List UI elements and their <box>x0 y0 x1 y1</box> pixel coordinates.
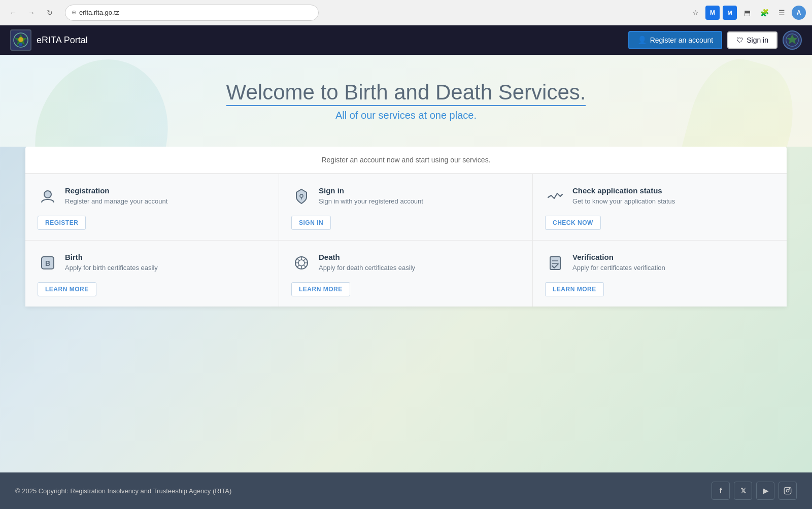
twitter-btn[interactable]: 𝕏 <box>734 482 752 500</box>
register-btn-label: Register an account <box>650 36 714 44</box>
service-card-birth: B Birth Apply for birth certificates eas… <box>25 241 279 307</box>
birth-icon: B <box>38 253 58 273</box>
browser-right-icons: ☆ M M ⬒ 🧩 ☰ A <box>688 6 806 20</box>
signin-info: Sign in Sign in with your registered acc… <box>319 186 423 206</box>
status-info: Check application status Get to know you… <box>572 186 675 206</box>
check-status-btn[interactable]: CHECK NOW <box>545 216 601 230</box>
registration-title: Registration <box>65 186 167 195</box>
lock-icon: ⊕ <box>72 9 76 16</box>
death-service-btn[interactable]: LEARN MORE <box>291 282 350 296</box>
death-info: Death Apply for death certificates easil… <box>319 253 415 273</box>
svg-text:B: B <box>45 259 50 267</box>
footer-copyright: © 2025 Copyright: Registration Insolvenc… <box>15 487 231 495</box>
person-icon: 👤 <box>637 36 647 45</box>
service-card-status: Check application status Get to know you… <box>533 174 787 241</box>
birth-desc: Apply for birth certificates easily <box>65 263 158 273</box>
nav-avatar[interactable] <box>783 30 802 50</box>
service-card-header: Death Apply for death certificates easil… <box>291 253 520 273</box>
register-prompt: Register an account now and start using … <box>25 147 787 174</box>
youtube-btn[interactable]: ▶ <box>756 482 774 500</box>
m-icon-btn[interactable]: M <box>705 6 720 20</box>
instagram-btn[interactable] <box>779 482 797 500</box>
birth-service-btn[interactable]: LEARN MORE <box>38 282 96 296</box>
browser-chrome: ← → ↻ ⊕ erita.rita.go.tz ☆ M M ⬒ 🧩 ☰ A <box>0 0 812 25</box>
death-title: Death <box>319 253 415 261</box>
status-title: Check application status <box>572 186 675 195</box>
hero-section: Welcome to Birth and Death Services. All… <box>0 55 812 147</box>
registration-desc: Register and manage your account <box>65 197 167 206</box>
status-desc: Get to know your application status <box>572 197 675 206</box>
register-service-btn[interactable]: REGISTER <box>38 216 86 230</box>
signin-card-icon <box>291 186 312 207</box>
facebook-btn[interactable]: f <box>712 482 730 500</box>
service-card-header: Verification Apply for certificates veri… <box>545 253 774 273</box>
service-card-death: Death Apply for death certificates easil… <box>279 241 533 307</box>
signin-service-btn[interactable]: SIGN IN <box>291 216 331 230</box>
star-btn[interactable]: ☆ <box>688 6 702 20</box>
svg-rect-3 <box>19 43 22 46</box>
forward-btn[interactable]: → <box>24 6 39 20</box>
services-grid: Registration Register and manage your ac… <box>25 174 787 307</box>
services-wrapper: Register an account now and start using … <box>25 147 787 307</box>
hero-title-text: Welcome to Birth and Death Services. <box>226 80 586 106</box>
svg-line-17 <box>303 265 306 267</box>
register-btn[interactable]: 👤 Register an account <box>628 31 723 49</box>
svg-point-2 <box>18 37 23 42</box>
back-btn[interactable]: ← <box>6 6 20 20</box>
verification-service-btn[interactable]: LEARN MORE <box>545 282 604 296</box>
birth-info: Birth Apply for birth certificates easil… <box>65 253 158 273</box>
verification-icon <box>545 253 565 273</box>
address-bar: ⊕ erita.rita.go.tz <box>65 5 319 21</box>
verification-title: Verification <box>572 253 665 261</box>
verification-desc: Apply for certificates verification <box>572 263 665 273</box>
footer: © 2025 Copyright: Registration Insolvenc… <box>0 472 812 509</box>
svg-line-19 <box>297 265 299 267</box>
user-avatar[interactable]: A <box>792 6 806 20</box>
registration-icon <box>38 186 58 207</box>
navbar-title: eRITA Portal <box>37 35 88 46</box>
svg-point-25 <box>789 489 790 489</box>
service-card-header: Sign in Sign in with your registered acc… <box>291 186 520 207</box>
svg-point-6 <box>44 191 51 198</box>
main-content: Welcome to Birth and Death Services. All… <box>0 55 812 472</box>
service-card-header: Check application status Get to know you… <box>545 186 774 207</box>
status-icon <box>545 186 565 207</box>
navbar-logo: eRITA Portal <box>10 29 88 51</box>
menu-btn[interactable]: ☰ <box>774 6 789 20</box>
death-desc: Apply for death certificates easily <box>319 263 415 273</box>
death-icon <box>291 253 312 273</box>
hero-title: Welcome to Birth and Death Services. <box>10 80 802 105</box>
service-card-header: B Birth Apply for birth certificates eas… <box>38 253 266 273</box>
signin-card-title: Sign in <box>319 186 423 195</box>
navbar-actions: 👤 Register an account 🛡 Sign in <box>628 30 802 50</box>
signin-btn-label: Sign in <box>747 36 768 44</box>
registration-info: Registration Register and manage your ac… <box>65 186 167 206</box>
svg-line-16 <box>297 259 299 261</box>
svg-marker-5 <box>787 35 798 44</box>
url-text: erita.rita.go.tz <box>79 9 119 16</box>
refresh-btn[interactable]: ↻ <box>43 6 57 20</box>
svg-rect-23 <box>784 487 791 494</box>
service-card-signin: Sign in Sign in with your registered acc… <box>279 174 533 241</box>
service-card-verification: Verification Apply for certificates veri… <box>533 241 787 307</box>
share-btn[interactable]: ⬒ <box>740 6 754 20</box>
svg-point-24 <box>786 489 789 492</box>
navbar: eRITA Portal 👤 Register an account 🛡 Sig… <box>0 25 812 55</box>
ext-btn[interactable]: 🧩 <box>757 6 771 20</box>
logo-emblem <box>10 29 31 51</box>
service-card-registration: Registration Register and manage your ac… <box>25 174 279 241</box>
m2-icon-btn[interactable]: M <box>723 6 737 20</box>
verification-info: Verification Apply for certificates veri… <box>572 253 665 273</box>
signin-card-desc: Sign in with your registered account <box>319 197 423 206</box>
service-card-header: Registration Register and manage your ac… <box>38 186 266 207</box>
svg-line-18 <box>303 259 306 261</box>
shield-icon: 🛡 <box>736 36 743 44</box>
signin-btn[interactable]: 🛡 Sign in <box>727 31 777 49</box>
birth-title: Birth <box>65 253 158 261</box>
hero-subtitle: All of our services at one place. <box>10 110 802 121</box>
footer-social: f 𝕏 ▶ <box>712 482 797 500</box>
